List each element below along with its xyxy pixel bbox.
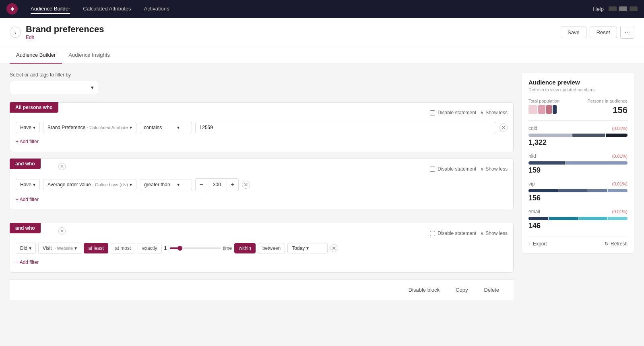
stepper-minus-btn-2[interactable]: − [196,179,207,191]
bar-seg-email-1 [528,217,548,220]
statement-block-1: All persons who Disable statement ∧ Show… [10,102,514,152]
value-input-1[interactable] [195,122,496,133]
disable-checkbox-1[interactable]: Disable statement [430,110,476,115]
attribute-select-2[interactable]: Average order value · Online buys (clv) … [43,179,136,190]
show-less-btn-1[interactable]: ∧ Show less [480,110,508,115]
statement-label-btn-2[interactable]: and who [10,159,41,169]
persons-count: 156 [587,105,627,115]
freq-exactly-btn[interactable]: exactly [138,243,161,253]
statement-label-btn-3[interactable]: and who [10,223,41,233]
between-btn[interactable]: between [258,243,285,253]
have-select-2[interactable]: Have ▾ [16,179,40,190]
segment-pct-hlid: (0.01%) [612,154,627,159]
remove-filter-btn-1[interactable]: ✕ [500,124,508,132]
date-select-3[interactable]: Today ▾ [287,243,328,253]
disable-checkbox-2[interactable]: Disable statement [430,166,476,172]
segment-count-email: 146 [528,222,627,230]
statement-header-1: All persons who Disable statement ∧ Show… [10,106,513,118]
bar-seg-vip-4 [608,189,627,192]
operator-select-2[interactable]: greater than ▾ [140,179,192,190]
segment-label-email: email [528,209,540,214]
add-filter-btn-3[interactable]: + Add filter [16,258,39,267]
tab-audience-insights[interactable]: Audience Insights [62,47,116,64]
stepper-plus-btn-2[interactable]: + [227,179,238,191]
logo-icon[interactable]: ◈ [6,3,18,14]
nav-activations[interactable]: Activations [144,4,169,14]
attribute-select-1[interactable]: Brand Preference · Calculated Attribute … [43,122,136,133]
segment-count-hlid: 159 [528,166,627,175]
edit-link[interactable]: Edit [26,35,104,40]
bar-seg-cold-2 [572,134,605,137]
back-button[interactable]: ‹ [10,27,21,38]
pop-seg-2 [538,105,545,114]
remove-statement-btn-2[interactable]: ✕ [58,163,66,170]
slider-track[interactable] [170,247,220,249]
bar-seg-cold-1 [528,134,572,137]
tag-filter-dropdown[interactable]: ▾ [10,81,98,94]
disable-check-1[interactable] [430,110,435,115]
operator-select-1[interactable]: contains ▾ [140,122,192,133]
tabs-bar: Audience Builder Audience Insights [0,47,644,64]
bar-seg-vip-2 [558,189,588,192]
bar-seg-cold-3 [606,134,627,137]
time-label: time [223,245,232,251]
have-select-1[interactable]: Have ▾ [16,122,40,133]
filter-by-label: Select or add tags to filter by [10,72,514,78]
freq-at-least-btn[interactable]: at least [84,243,108,253]
add-filter-btn-2[interactable]: + Add filter [16,195,39,204]
slider-wrap-3: 1 [164,245,221,251]
show-less-btn-2[interactable]: ∧ Show less [480,166,508,172]
segment-count-vip: 156 [528,194,627,202]
within-btn[interactable]: within [234,243,256,253]
action-select-3[interactable]: Visit · Website ▾ [38,243,81,254]
reset-button[interactable]: Reset [590,27,617,38]
segment-pct-email: (0.01%) [612,209,627,214]
refresh-button[interactable]: ↻ Refresh [605,241,627,247]
disable-check-2[interactable] [430,167,435,172]
did-select-3[interactable]: Did ▾ [16,243,36,254]
pop-seg-4 [553,105,557,114]
delete-block-btn[interactable]: Delete [479,284,504,295]
remove-statement-btn-3[interactable]: ✕ [58,227,66,235]
export-button[interactable]: ↑ Export [528,241,547,247]
tag-filter-chevron-icon: ▾ [91,84,94,91]
disable-checkbox-3[interactable]: Disable statement [430,231,476,236]
help-link[interactable]: Help [593,6,604,12]
segment-label-hlid: hlid [528,153,536,159]
date-chevron-icon: ▾ [306,245,309,251]
block-actions: Disable block Copy Delete [10,279,514,300]
disable-check-3[interactable] [430,231,435,236]
action-chevron-icon: ▾ [74,245,77,251]
disable-block-btn[interactable]: Disable block [404,284,444,295]
attr-chevron-icon-1: ▾ [130,125,132,130]
main-content: Select or add tags to filter by ▾ All pe… [0,64,644,346]
user-avatar-area [609,6,638,11]
preview-title: Audience preview [528,79,627,86]
nav-calculated-attributes[interactable]: Calculated Attributes [83,4,131,14]
total-population-label: Total population [528,99,559,103]
segment-row-email: email (0.01%) 146 [528,209,627,230]
segment-bar-email [528,217,627,220]
nav-audience-builder[interactable]: Audience Builder [31,4,70,14]
more-button[interactable]: ··· [620,26,634,39]
segment-bar-hlid [528,161,627,165]
statement-label-btn-1[interactable]: All persons who [10,102,58,113]
freq-at-most-btn[interactable]: at most [111,243,135,253]
save-button[interactable]: Save [561,27,586,38]
persons-in-audience-label: Persons in audience [587,99,627,103]
remove-filter-btn-3[interactable]: ✕ [330,244,338,252]
remove-filter-btn-2[interactable]: ✕ [242,181,250,189]
slider-thumb[interactable] [178,246,182,251]
builder-area: Select or add tags to filter by ▾ All pe… [10,72,514,339]
show-less-btn-3[interactable]: ∧ Show less [480,231,508,236]
statement-header-2: and who ✕ Disable statement ∧ Show less [10,162,513,174]
tab-audience-builder[interactable]: Audience Builder [10,47,62,64]
export-icon: ↑ [528,241,531,247]
filter-row-1: Have ▾ Brand Preference · Calculated Att… [16,122,508,133]
add-filter-btn-1[interactable]: + Add filter [16,137,39,146]
segment-row-vip: vip (0.01%) 156 [528,181,627,202]
segment-label-cold: cold [528,126,537,131]
bar-seg-email-2 [549,217,578,220]
preview-totals-row: Total population Persons in audience 156 [528,99,627,115]
copy-block-btn[interactable]: Copy [451,284,473,295]
